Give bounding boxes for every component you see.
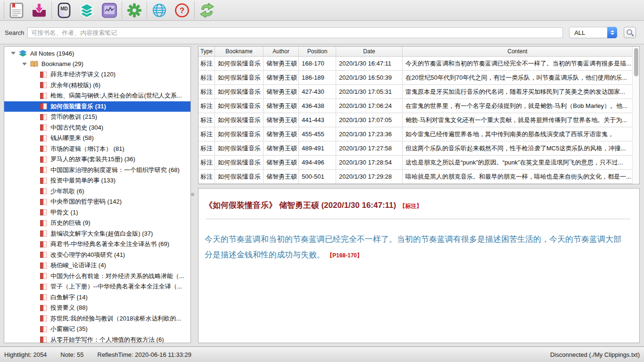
sidebar-book-item[interactable]: 枪炮、病菌与钢铁:人类社会的命运(世纪人文系... [4, 90, 190, 101]
sidebar-book-label: 钱从哪里来 (58) [50, 134, 94, 142]
sidebar-item-all-notes[interactable]: All Notes (1946) [4, 48, 190, 59]
sidebar-book-item[interactable]: 如何假装懂音乐 (31) [4, 101, 190, 112]
notes-table: TypeBooknameAuthorPositionDateContent 标注… [198, 46, 640, 184]
table-row[interactable]: 标注 如何假装懂音乐 储智勇王硕 168-170 2020/1/30 16:47… [198, 57, 639, 71]
sidebar-item-bookname-group[interactable]: Bookname (29) [4, 59, 190, 70]
column-header[interactable]: Author [264, 47, 299, 56]
cell-author: 储智勇王硕 [264, 85, 299, 99]
cell-position: 489-491 [299, 141, 336, 155]
cell-type: 标注 [198, 85, 215, 99]
sidebar-book-label: 新编说文解字大全集(超值白金版) (37) [50, 230, 153, 238]
sidebar-book-item[interactable]: 少年凯歌 (6) [4, 186, 190, 197]
layers-stack-icon [79, 3, 95, 18]
table-scrollbar-thumb[interactable] [634, 48, 638, 76]
svg-text:MD: MD [60, 6, 68, 11]
sidebar-book-item[interactable]: 薛兆丰经济学讲义 (120) [4, 69, 190, 80]
sidebar-book-label: 少年凯歌 (6) [50, 187, 84, 196]
note-detail-header: 《如何假装懂音乐》 储智勇王硕 (2020/1/30 16:47:11)【标注】 [205, 200, 632, 211]
table-row[interactable]: 标注 如何假装懂音乐 储智勇王硕 186-189 2020/1/30 16:50… [198, 71, 639, 85]
column-header[interactable]: Type [198, 47, 215, 56]
column-header[interactable]: Date [336, 47, 403, 56]
cell-bookname: 如何假装懂音乐 [215, 127, 264, 141]
disclosure-triangle-icon[interactable] [22, 63, 27, 66]
import-download-button[interactable] [28, 1, 50, 20]
sidebar-book-item[interactable]: 小窗幽记 (35) [4, 324, 190, 335]
sidebar-book-item[interactable]: 杨伯峻_论语译注 (4) [4, 260, 190, 271]
toolbar-separator [51, 1, 52, 19]
sidebar-book-item[interactable]: 苏世民:我的经验与教训（2018读桥水达利欧的... [4, 313, 190, 324]
layers-stack-button[interactable] [75, 1, 98, 20]
sidebar-book-item[interactable]: 新编说文解字大全集(超值白金版) (37) [4, 229, 190, 239]
pane-splitter-handle[interactable] [191, 193, 194, 196]
sidebar-book-item[interactable]: 货币的教训 (215) [4, 112, 190, 123]
book-icon [40, 252, 47, 258]
language-globe-button[interactable] [148, 1, 171, 20]
help-button[interactable]: ? [171, 1, 193, 20]
cell-date: 2020/1/30 17:06:24 [336, 99, 403, 113]
settings-gear-icon [127, 3, 142, 18]
search-input[interactable] [27, 27, 563, 38]
table-row[interactable]: 标注 如何假装懂音乐 储智勇王硕 427-430 2020/1/30 17:05… [198, 85, 639, 99]
settings-gear-button[interactable] [123, 1, 146, 20]
note-text: 今天的节奏蓝调和当初的节奏蓝调已经完全不一样了。当初的节奏蓝调有很多是描述困苦生… [205, 235, 621, 259]
cell-type: 标注 [198, 57, 215, 70]
note-type-tag: 【标注】 [399, 203, 422, 209]
column-header[interactable]: Position [299, 47, 336, 56]
sidebar-book-item[interactable]: 投资中最简单的事 (133) [4, 175, 190, 186]
sidebar-book-item[interactable]: 钱从哪里来 (58) [4, 133, 190, 144]
sidebar-book-item[interactable]: 甲骨文 (1) [4, 207, 190, 218]
sidebar-book-item[interactable]: 管子（上下册）--中华经典名著全本全注全译（... [4, 281, 190, 292]
sidebar-book-list: 薛兆丰经济学讲义 (120) 庆余年(精校版) (6) 枪炮、病菌与钢铁:人类社… [4, 69, 190, 343]
note-position-tag: 【P168-170】 [327, 252, 363, 259]
filter-dropdown[interactable]: ALL [569, 27, 617, 38]
sidebar-book-item[interactable]: 罗马人的故事(套装共15册) (36) [4, 154, 190, 165]
note-count: Note: 55 [60, 351, 83, 358]
table-row[interactable]: 标注 如何假装懂音乐 储智勇王硕 455-455 2020/1/30 17:23… [198, 127, 639, 141]
sidebar-book-item[interactable]: 投资要义 (88) [4, 303, 190, 313]
refresh-sync-button[interactable] [196, 1, 218, 20]
sidebar-book-label: 投资中最简单的事 (133) [50, 176, 116, 185]
sidebar-book-item[interactable]: 市场的逻辑（增订本） (81) [4, 144, 190, 155]
cell-type: 标注 [198, 113, 215, 127]
cell-bookname: 如何假装懂音乐 [215, 156, 264, 169]
sidebar-book-item[interactable]: 白鱼解字 (14) [4, 292, 190, 303]
statistics-chart-button[interactable] [98, 1, 121, 20]
table-row[interactable]: 标注 如何假装懂音乐 储智勇王硕 489-491 2020/1/30 17:27… [198, 141, 639, 156]
table-row[interactable]: 标注 如何假装懂音乐 储智勇王硕 441-443 2020/1/30 17:07… [198, 113, 639, 127]
markdown-file-button[interactable]: MD [53, 1, 75, 20]
cell-position: 436-438 [299, 99, 336, 113]
cell-content: 在20世纪50年代到70年代之间，有过一类乐队，叫节奏蓝调乐队，他们使用的乐..… [403, 71, 639, 84]
sidebar-book-item[interactable]: 中国古代简史 (304) [4, 123, 190, 133]
language-globe-icon [152, 3, 167, 18]
disclosure-triangle-icon[interactable] [11, 52, 16, 55]
search-button[interactable] [624, 27, 636, 38]
sidebar-book-item[interactable]: 从零开始学写作：个人增值的有效方法 (6) [4, 335, 190, 344]
book-icon [40, 135, 47, 141]
sidebar-book-item[interactable]: 中国国家治理的制度逻辑：一个组织学研究 (68) [4, 165, 190, 176]
sidebar-book-item[interactable]: 商君书-中华经典名著全本全注全译丛书 (69) [4, 239, 190, 250]
sidebar-book-label: 历史的巨镜 (9) [50, 219, 91, 227]
dropdown-stepper-icon [607, 27, 617, 38]
sidebar-book-label: 改变心理学的40项研究 (41) [50, 251, 125, 259]
markdown-file-icon: MD [57, 2, 72, 18]
sidebar-book-item[interactable]: 中国为什么有前途：对外经济关系的战略潜能（... [4, 271, 190, 282]
toolbar-separator [4, 1, 4, 19]
book-icon [40, 93, 47, 99]
cell-bookname: 如何假装懂音乐 [215, 113, 264, 127]
sidebar-book-item[interactable]: 庆余年(精校版) (6) [4, 80, 190, 91]
table-row[interactable]: 标注 如何假装懂音乐 储智勇王硕 500-501 2020/1/30 17:29… [198, 170, 639, 184]
cell-author: 储智勇王硕 [264, 156, 299, 169]
toolbar-separator [147, 1, 147, 19]
sidebar-book-item[interactable]: 中央帝国的哲学密码 (142) [4, 197, 190, 207]
cell-position: 494-496 [299, 156, 336, 169]
column-header[interactable]: Content [403, 47, 632, 56]
cell-content: 如今雷鬼已经传遍世界各地，其中传到南美的那条线演变成了西班牙语雷鬼， [403, 127, 639, 141]
book-icon [40, 199, 47, 205]
table-row[interactable]: 标注 如何假装懂音乐 储智勇王硕 494-496 2020/1/30 17:28… [198, 156, 639, 170]
sidebar-book-item[interactable]: 改变心理学的40项研究 (41) [4, 250, 190, 261]
clippings-document-button[interactable] [5, 1, 28, 20]
table-row[interactable]: 标注 如何假装懂音乐 储智勇王硕 436-438 2020/1/30 17:06… [198, 99, 639, 113]
column-header[interactable]: Bookname [215, 47, 264, 56]
table-scrollbar[interactable] [632, 47, 639, 184]
sidebar-book-item[interactable]: 历史的巨镜 (9) [4, 218, 190, 229]
